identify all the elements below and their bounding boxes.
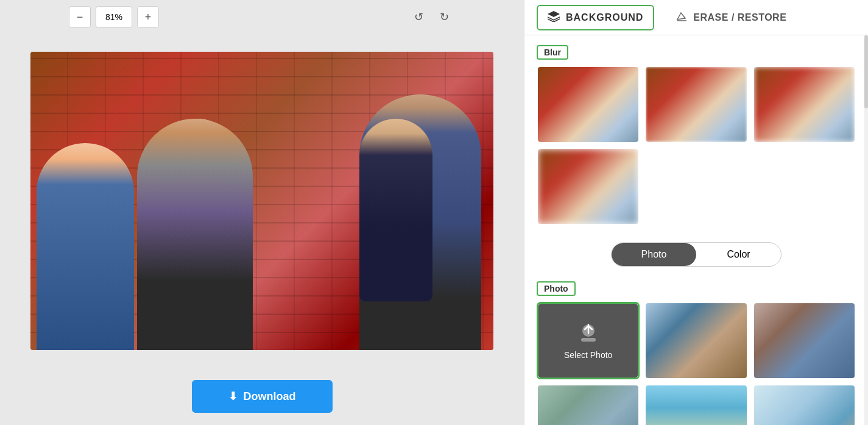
tab-background[interactable]: BACKGROUND	[537, 5, 654, 30]
blur-preview-3	[538, 149, 638, 224]
photo-thumb-sky[interactable]	[644, 384, 747, 425]
blur-thumb-0[interactable]	[537, 66, 640, 143]
download-icon: ⬇	[228, 390, 238, 403]
person-silhouette-6	[359, 119, 432, 301]
panel-tabs: BACKGROUND ERASE / RESTORE	[524, 0, 868, 35]
redo-button[interactable]: ↻	[433, 6, 455, 28]
zoom-decrease-button[interactable]: −	[69, 6, 91, 28]
photo-preview-sky	[646, 385, 746, 425]
select-photo-button[interactable]: Select Photo	[538, 304, 638, 378]
left-panel: − 81% + ↺ ↻ ⬇ Download	[0, 0, 524, 425]
right-panel: BACKGROUND ERASE / RESTORE Blur	[524, 0, 868, 425]
photo-preview-bokeh	[754, 385, 855, 425]
blur-preview-0	[538, 67, 638, 142]
toggle-color-button[interactable]: Color	[696, 243, 781, 266]
tab-erase-restore[interactable]: ERASE / RESTORE	[666, 6, 796, 29]
panel-content: Blur Photo Color	[524, 35, 868, 425]
photo-thumb-bokeh[interactable]	[753, 384, 856, 425]
tab-background-label: BACKGROUND	[566, 12, 643, 23]
photo-thumbnail-grid: Select Photo	[537, 302, 856, 425]
blur-thumbnail-grid	[537, 66, 856, 225]
toggle-photo-button[interactable]: Photo	[612, 243, 696, 266]
photo-section-label: Photo	[537, 281, 576, 296]
canvas-area	[0, 34, 524, 368]
person-silhouette-4	[137, 119, 253, 350]
select-photo-thumb[interactable]: Select Photo	[537, 302, 640, 379]
zoom-value-display: 81%	[96, 6, 132, 28]
blur-thumb-1[interactable]	[644, 66, 747, 143]
blur-section-label: Blur	[537, 45, 568, 60]
scrollbar-track[interactable]	[864, 35, 868, 425]
photo-preview-harbor	[538, 385, 638, 425]
tab-erase-label: ERASE / RESTORE	[693, 12, 786, 23]
blur-thumb-2[interactable]	[753, 66, 856, 143]
photo-thumb-harbor[interactable]	[537, 384, 640, 425]
person-silhouette-2	[37, 143, 134, 350]
main-canvas-image	[30, 52, 493, 350]
download-label: Download	[244, 390, 296, 403]
zoom-increase-button[interactable]: +	[137, 6, 159, 28]
figure-group	[30, 52, 493, 350]
photo-thumb-city[interactable]	[644, 302, 747, 379]
layers-icon	[548, 11, 560, 24]
select-photo-label: Select Photo	[564, 350, 612, 360]
erase-icon	[676, 11, 687, 24]
download-button[interactable]: ⬇ Download	[192, 380, 333, 413]
scrollbar-thumb[interactable]	[864, 35, 868, 108]
blur-preview-2	[754, 67, 855, 142]
upload-cloud-icon	[576, 321, 601, 345]
photo-preview-city	[646, 303, 746, 378]
photo-thumb-outdoor1[interactable]	[753, 302, 856, 379]
svg-rect-2	[581, 338, 596, 342]
photo-color-toggle: Photo Color	[611, 242, 782, 267]
blur-section: Blur	[537, 45, 856, 225]
blur-preview-1	[646, 67, 746, 142]
toolbar: − 81% + ↺ ↻	[0, 0, 524, 34]
photo-color-toggle-container: Photo Color	[537, 235, 856, 274]
photo-preview-outdoor1	[754, 303, 855, 378]
photo-section: Photo Select Photo	[537, 281, 856, 425]
undo-redo-group: ↺ ↻	[408, 6, 455, 28]
blur-thumb-3[interactable]	[537, 148, 640, 225]
download-area: ⬇ Download	[180, 368, 345, 425]
undo-button[interactable]: ↺	[408, 6, 429, 28]
